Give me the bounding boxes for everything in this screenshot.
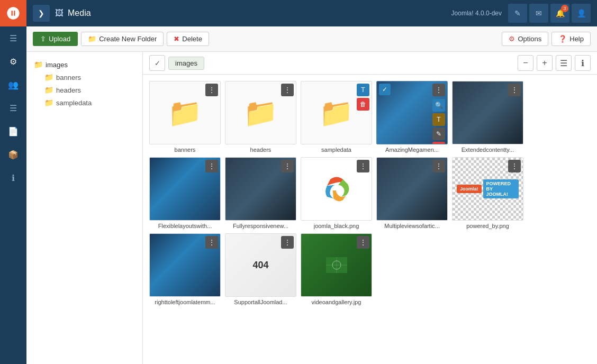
thumb-fully: ⋮ [225,157,296,221]
upload-button[interactable]: ⇧ Upload [33,32,78,46]
vertical-navigation: ☰ ⚙ 👥 ☰ 📄 📦 ℹ [0,0,26,364]
media-module-icon: 🖼 [55,8,64,18]
item-name-fully: Fullyresponsivenew... [233,223,288,229]
media-item-rtl[interactable]: ⋮ righttoleftjoomlatemm... [149,233,221,305]
sidebar-toggle-button[interactable]: ❯ [33,5,50,22]
amazing-action-overlay: ⋮ 🔍 T ✎ 🗑 [432,84,445,144]
media-item-video[interactable]: ⋮ videoandgallery.jpg [301,233,372,305]
sidebar-root-label: images [46,61,68,69]
folder-large-icon: 📁 [168,97,202,129]
zoom-out-button[interactable]: − [518,55,533,71]
item-name-flexible: Flexiblelayoutswith... [158,223,212,229]
notification-badge: 3 [561,5,568,12]
thumb-sampledata: 📁 T 🗑 [301,81,372,144]
list-view-button[interactable]: ☰ [556,55,572,71]
gear-icon: ⚙ [509,35,515,43]
thumb-rtl: ⋮ [149,233,221,297]
media-item-fully[interactable]: ⋮ Fullyresponsivenew... [225,157,296,229]
selected-checkmark: ✓ [379,84,391,95]
joomla-logo [0,0,26,26]
more-btn-extended[interactable]: ⋮ [508,84,521,96]
more-btn-banners[interactable]: ⋮ [205,84,218,96]
edit-icon-btn[interactable]: ✎ [508,4,527,23]
media-item-flexible[interactable]: ⋮ Flexiblelayoutswith... [149,157,221,229]
text-action-btn[interactable]: T [357,84,369,96]
folder-large-icon: 📁 [243,97,278,129]
sampledata-action-overlay: T 🗑 [357,84,369,111]
sidebar: 📁 images 📁 banners 📁 headers 📁 sampledat… [26,52,143,364]
version-label: Joomla! 4.0.0-dev [451,10,502,17]
thumb-banners: 📁 ⋮ [149,81,221,144]
media-item-multiple[interactable]: ⋮ Multipleviewsofartic... [376,157,448,229]
more-btn-headers[interactable]: ⋮ [281,84,294,96]
thumb-joomla: ⋮ [301,157,372,221]
item-name-powered: powered_by.png [466,223,509,229]
more-btn-powered[interactable]: ⋮ [508,160,521,172]
sidebar-item-sampledata[interactable]: 📁 sampledata [41,96,138,109]
sidebar-label-headers: headers [56,86,81,94]
media-item-powered[interactable]: Joomla! POWERED BY JOOMLA! ⋮ powered_by.… [452,157,523,229]
item-name-support: SupportallJoomlad... [234,299,287,305]
media-item-banners[interactable]: 📁 ⋮ banners [149,81,221,153]
item-name-amazing: AmazingMegamen... [385,147,439,153]
delete-button[interactable]: ✖ Delete [167,32,209,46]
delete-icon: ✖ [174,35,179,43]
nav-toggle[interactable]: ☰ [0,26,26,50]
nav-content[interactable]: ☰ [0,96,26,120]
options-button[interactable]: ⚙ Options [502,32,548,46]
thumb-powered: Joomla! POWERED BY JOOMLA! ⋮ [452,157,523,221]
item-name-multiple: Multipleviewsofartic... [384,223,440,229]
nav-users[interactable]: 👥 [0,73,26,96]
item-name-joomla: joomla_black.png [314,223,359,229]
more-btn-support[interactable]: ⋮ [281,236,294,249]
zoom-in-button[interactable]: + [537,55,553,71]
media-item-amazing[interactable]: ✓ ⋮ 🔍 T ✎ 🗑 AmazingMegamen... [376,81,448,153]
media-item-headers[interactable]: 📁 ⋮ headers [225,81,296,153]
text2-action-btn[interactable]: T [432,113,445,126]
notifications-icon-btn[interactable]: 🔔 3 [550,4,569,23]
sidebar-children: 📁 banners 📁 headers 📁 sampledata [31,71,138,109]
media-main: ✓ images − + ☰ ℹ 📁 ⋮ banners [143,52,597,364]
more-btn-multiple[interactable]: ⋮ [432,160,445,172]
more-btn-fully[interactable]: ⋮ [281,160,294,172]
media-item-extended[interactable]: ⋮ Extendedcontentty... [452,81,523,153]
edit-action-btn[interactable]: ✎ [432,128,445,140]
content-area: 📁 images 📁 banners 📁 headers 📁 sampledat… [26,52,597,364]
folder-large-icon: 📁 [319,97,354,129]
media-item-support[interactable]: 404 ⋮ SupportallJoomlad... [225,233,296,305]
select-all-button[interactable]: ✓ [149,55,165,71]
sidebar-label-sampledata: sampledata [56,99,92,107]
media-item-joomla[interactable]: ⋮ joomla_black.png [301,157,372,229]
more-btn-rtl[interactable]: ⋮ [205,236,218,249]
folder-icon-headers: 📁 [44,86,53,94]
zoom-action-btn[interactable]: 🔍 [432,99,445,112]
user-icon-btn[interactable]: 👤 [572,4,591,23]
more-btn-flexible[interactable]: ⋮ [205,160,218,172]
sidebar-item-banners[interactable]: 📁 banners [41,71,138,84]
page-title: Media [68,8,451,18]
sidebar-item-headers[interactable]: 📁 headers [41,84,138,96]
item-name-video: videoandgallery.jpg [312,299,361,305]
nav-info[interactable]: ℹ [0,166,26,189]
more-btn-video[interactable]: ⋮ [357,236,369,249]
info-button[interactable]: ℹ [575,55,591,71]
media-toolbar: ✓ images − + ☰ ℹ [143,52,597,75]
delete2-action-btn[interactable]: 🗑 [432,142,445,144]
folder-icon-sampledata: 📁 [44,98,53,107]
more-btn-joomla[interactable]: ⋮ [357,160,369,172]
thumb-extended: ⋮ [452,81,523,144]
nav-extensions[interactable]: 📦 [0,143,26,166]
nav-settings[interactable]: ⚙ [0,50,26,73]
nav-components[interactable]: 📄 [0,120,26,143]
create-folder-button[interactable]: 📁 Create New Folder [81,32,164,46]
item-name-headers: headers [250,147,272,153]
breadcrumb-tab[interactable]: images [168,57,204,70]
item-name-rtl: righttoleftjoomlatemm... [155,299,215,305]
help-button[interactable]: ❓ Help [551,32,591,46]
media-item-sampledata[interactable]: 📁 T 🗑 sampledata [301,81,372,153]
mail-icon-btn[interactable]: ✉ [529,4,548,23]
delete-action-btn[interactable]: 🗑 [357,98,369,111]
folder-icon: 📁 [88,35,96,43]
more-btn-amazing[interactable]: ⋮ [432,84,445,96]
sidebar-root-item[interactable]: 📁 images [31,58,138,71]
